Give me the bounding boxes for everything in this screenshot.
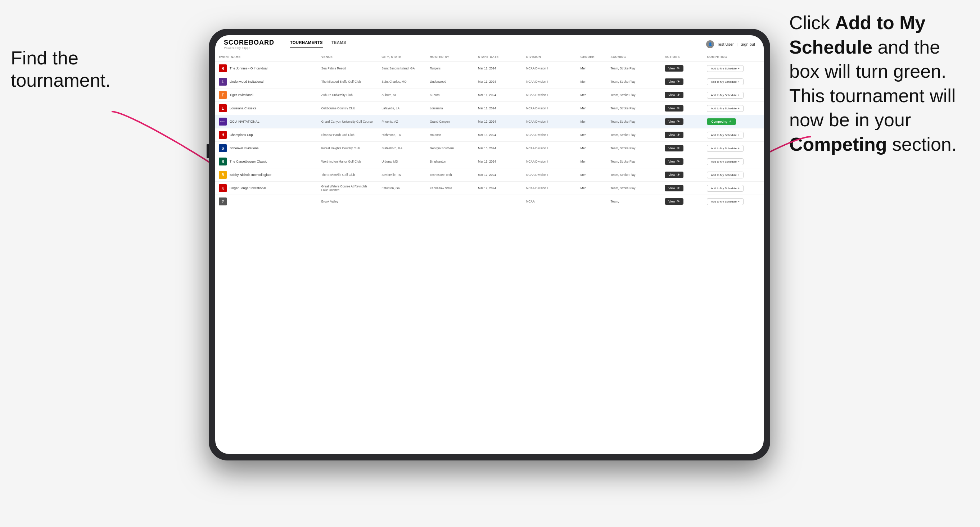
cell-division: NCAA Division I (523, 142, 577, 155)
add-schedule-button[interactable]: Add to My Schedule + (707, 92, 743, 98)
table-container: EVENT NAME VENUE CITY, STATE HOSTED BY S… (215, 52, 764, 454)
add-schedule-button[interactable]: Add to My Schedule + (707, 132, 743, 138)
plus-icon: + (738, 173, 740, 177)
cell-start (474, 195, 523, 208)
cell-division: NCAA Division I (523, 75, 577, 89)
cell-competing: Add to My Schedule + (703, 182, 764, 195)
cell-start: Mar 11, 2024 (474, 102, 523, 115)
view-button[interactable]: View 👁 (665, 132, 683, 138)
view-button[interactable]: View 👁 (665, 65, 683, 71)
cell-gender: Men (577, 75, 607, 89)
cell-start: Mar 13, 2024 (474, 129, 523, 142)
table-row: L Louisiana Classics Oakbourne Country C… (215, 102, 764, 115)
table-row: R The Johnnie - O Individual Sea Palms R… (215, 62, 764, 75)
app-header: SCOREBOARD Powered by clippd TOURNAMENTS… (215, 35, 764, 52)
logo-area: SCOREBOARD Powered by clippd (224, 39, 274, 50)
add-schedule-button[interactable]: Add to My Schedule + (707, 198, 743, 205)
col-header-event: EVENT NAME (215, 52, 318, 62)
view-label: View (668, 146, 675, 150)
view-button[interactable]: View 👁 (665, 78, 683, 85)
eye-icon: 👁 (677, 133, 680, 137)
cell-actions: View 👁 (661, 155, 703, 168)
view-label: View (668, 200, 675, 203)
plus-icon: + (738, 80, 740, 83)
view-button[interactable]: View 👁 (665, 158, 683, 165)
logo-subtitle: Powered by clippd (224, 46, 274, 50)
cell-competing: Add to My Schedule + (703, 62, 764, 75)
add-schedule-button[interactable]: Add to My Schedule + (707, 171, 743, 178)
add-schedule-button[interactable]: Add to My Schedule + (707, 78, 743, 85)
add-schedule-button[interactable]: Add to My Schedule + (707, 105, 743, 112)
cell-hosted: Louisiana (426, 102, 474, 115)
table-header-row: EVENT NAME VENUE CITY, STATE HOSTED BY S… (215, 52, 764, 62)
col-header-scoring: SCORING (607, 52, 662, 62)
cell-actions: View 👁 (661, 129, 703, 142)
plus-icon: + (738, 133, 740, 137)
view-label: View (668, 173, 675, 177)
cell-venue: Brook Valley (318, 195, 378, 208)
cell-actions: View 👁 (661, 62, 703, 75)
user-name: Test User (717, 42, 733, 46)
view-button[interactable]: View 👁 (665, 198, 683, 205)
view-label: View (668, 67, 675, 70)
view-label: View (668, 160, 675, 163)
ipad-side-button (207, 144, 209, 158)
cell-city: Eatonton, GA (378, 182, 426, 195)
cell-scoring: Team, (607, 195, 662, 208)
cell-scoring: Team, Stroke Play (607, 182, 662, 195)
cell-hosted: Binghamton (426, 155, 474, 168)
cell-hosted: Houston (426, 129, 474, 142)
ipad-screen: SCOREBOARD Powered by clippd TOURNAMENTS… (215, 35, 764, 454)
col-header-venue: VENUE (318, 52, 378, 62)
cell-event: GCU GCU INVITATIONAL (215, 115, 318, 129)
add-schedule-label: Add to My Schedule (711, 160, 737, 163)
view-label: View (668, 186, 675, 190)
view-button[interactable]: View 👁 (665, 171, 683, 178)
cell-city: Saint Charles, MO (378, 75, 426, 89)
add-schedule-label: Add to My Schedule (711, 80, 737, 83)
col-header-actions: ACTIONS (661, 52, 703, 62)
cell-competing: Add to My Schedule + (703, 195, 764, 208)
cell-actions: View 👁 (661, 182, 703, 195)
view-button[interactable]: View 👁 (665, 145, 683, 151)
header-nav: TOURNAMENTS TEAMS (290, 40, 346, 48)
cell-venue: The Missouri Bluffs Golf Club (318, 75, 378, 89)
view-button[interactable]: View 👁 (665, 92, 683, 98)
cell-gender: Men (577, 102, 607, 115)
cell-venue: Auburn University Club (318, 89, 378, 102)
eye-icon: 👁 (677, 186, 680, 190)
add-schedule-label: Add to My Schedule (711, 94, 737, 97)
table-row: GCU GCU INVITATIONAL Grand Canyon Univer… (215, 115, 764, 129)
view-button[interactable]: View 👁 (665, 118, 683, 125)
sign-out-link[interactable]: Sign out (741, 42, 755, 46)
cell-city: Urbana, MD (378, 155, 426, 168)
cell-hosted: Grand Canyon (426, 115, 474, 129)
cell-start: Mar 16, 2024 (474, 155, 523, 168)
cell-competing: Add to My Schedule + (703, 142, 764, 155)
add-schedule-button[interactable]: Add to My Schedule + (707, 65, 743, 72)
add-schedule-button[interactable]: Add to My Schedule + (707, 185, 743, 192)
col-header-gender: GENDER (577, 52, 607, 62)
add-schedule-label: Add to My Schedule (711, 200, 737, 203)
cell-division: NCAA Division I (523, 62, 577, 75)
cell-actions: View 👁 (661, 102, 703, 115)
cell-competing: Add to My Schedule + (703, 102, 764, 115)
cell-hosted: Lindenwood (426, 75, 474, 89)
view-button[interactable]: View 👁 (665, 105, 683, 111)
cell-division: NCAA Division I (523, 168, 577, 182)
cell-competing: Add to My Schedule + (703, 155, 764, 168)
cell-start: Mar 17, 2024 (474, 182, 523, 195)
view-button[interactable]: View 👁 (665, 185, 683, 191)
col-header-hosted: HOSTED BY (426, 52, 474, 62)
check-icon: ✓ (729, 120, 732, 124)
cell-city: Statesboro, GA (378, 142, 426, 155)
view-label: View (668, 93, 675, 97)
header-user: 👤 Test User | Sign out (706, 40, 755, 48)
tab-tournaments[interactable]: TOURNAMENTS (290, 40, 323, 48)
tab-teams[interactable]: TEAMS (331, 40, 346, 48)
competing-button[interactable]: Competing ✓ (707, 118, 736, 125)
add-schedule-button[interactable]: Add to My Schedule + (707, 145, 743, 152)
plus-icon: + (738, 187, 740, 190)
add-schedule-label: Add to My Schedule (711, 187, 737, 190)
add-schedule-button[interactable]: Add to My Schedule + (707, 158, 743, 165)
